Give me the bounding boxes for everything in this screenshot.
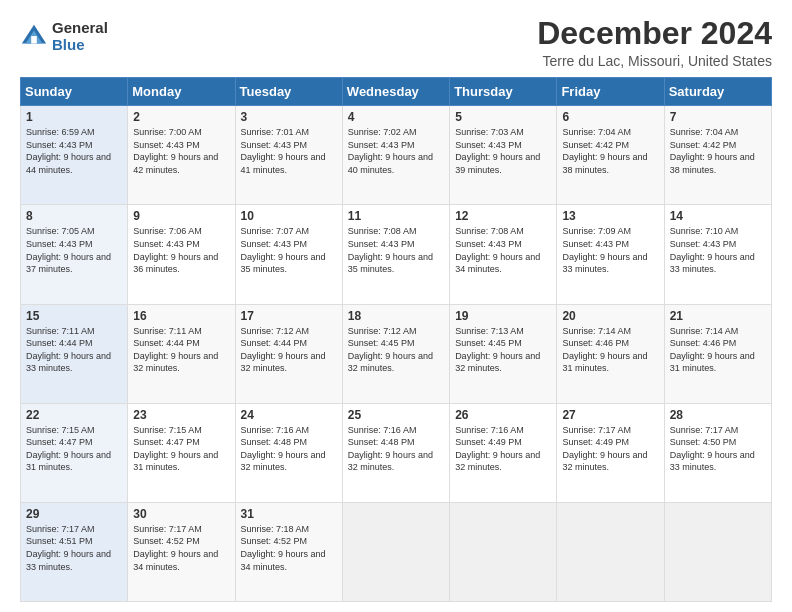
day-of-week-wednesday: Wednesday [342,78,449,106]
calendar-cell: 29Sunrise: 7:17 AMSunset: 4:51 PMDayligh… [21,502,128,601]
day-number: 31 [241,507,337,521]
calendar-cell: 24Sunrise: 7:16 AMSunset: 4:48 PMDayligh… [235,403,342,502]
day-info: Sunrise: 7:01 AMSunset: 4:43 PMDaylight:… [241,126,337,176]
day-of-week-saturday: Saturday [664,78,771,106]
calendar-cell: 4Sunrise: 7:02 AMSunset: 4:43 PMDaylight… [342,106,449,205]
day-number: 14 [670,209,766,223]
day-number: 10 [241,209,337,223]
day-number: 22 [26,408,122,422]
day-number: 2 [133,110,229,124]
calendar-cell: 30Sunrise: 7:17 AMSunset: 4:52 PMDayligh… [128,502,235,601]
day-info: Sunrise: 7:12 AMSunset: 4:44 PMDaylight:… [241,325,337,375]
subtitle: Terre du Lac, Missouri, United States [537,53,772,69]
day-number: 23 [133,408,229,422]
day-info: Sunrise: 7:10 AMSunset: 4:43 PMDaylight:… [670,225,766,275]
day-number: 19 [455,309,551,323]
calendar-week-row: 15Sunrise: 7:11 AMSunset: 4:44 PMDayligh… [21,304,772,403]
calendar-week-row: 1Sunrise: 6:59 AMSunset: 4:43 PMDaylight… [21,106,772,205]
day-of-week-friday: Friday [557,78,664,106]
day-number: 27 [562,408,658,422]
day-number: 28 [670,408,766,422]
day-number: 11 [348,209,444,223]
calendar-cell: 26Sunrise: 7:16 AMSunset: 4:49 PMDayligh… [450,403,557,502]
day-of-week-tuesday: Tuesday [235,78,342,106]
day-info: Sunrise: 7:11 AMSunset: 4:44 PMDaylight:… [133,325,229,375]
day-number: 20 [562,309,658,323]
day-number: 4 [348,110,444,124]
calendar-cell: 12Sunrise: 7:08 AMSunset: 4:43 PMDayligh… [450,205,557,304]
logo: General Blue [20,20,108,53]
calendar-cell: 8Sunrise: 7:05 AMSunset: 4:43 PMDaylight… [21,205,128,304]
day-info: Sunrise: 7:02 AMSunset: 4:43 PMDaylight:… [348,126,444,176]
day-info: Sunrise: 7:14 AMSunset: 4:46 PMDaylight:… [670,325,766,375]
day-info: Sunrise: 7:04 AMSunset: 4:42 PMDaylight:… [670,126,766,176]
day-info: Sunrise: 7:11 AMSunset: 4:44 PMDaylight:… [26,325,122,375]
calendar-header-row: SundayMondayTuesdayWednesdayThursdayFrid… [21,78,772,106]
day-number: 16 [133,309,229,323]
page: General Blue December 2024 Terre du Lac,… [0,0,792,612]
day-info: Sunrise: 7:08 AMSunset: 4:43 PMDaylight:… [348,225,444,275]
day-info: Sunrise: 7:16 AMSunset: 4:48 PMDaylight:… [348,424,444,474]
day-of-week-monday: Monday [128,78,235,106]
header: General Blue December 2024 Terre du Lac,… [20,16,772,69]
logo-text: General Blue [52,20,108,53]
calendar-cell: 9Sunrise: 7:06 AMSunset: 4:43 PMDaylight… [128,205,235,304]
calendar-cell: 14Sunrise: 7:10 AMSunset: 4:43 PMDayligh… [664,205,771,304]
day-number: 6 [562,110,658,124]
calendar-cell: 15Sunrise: 7:11 AMSunset: 4:44 PMDayligh… [21,304,128,403]
day-number: 21 [670,309,766,323]
calendar-cell: 2Sunrise: 7:00 AMSunset: 4:43 PMDaylight… [128,106,235,205]
day-number: 18 [348,309,444,323]
day-number: 9 [133,209,229,223]
calendar-cell [557,502,664,601]
day-info: Sunrise: 7:05 AMSunset: 4:43 PMDaylight:… [26,225,122,275]
calendar-cell [450,502,557,601]
day-info: Sunrise: 7:16 AMSunset: 4:49 PMDaylight:… [455,424,551,474]
calendar-cell: 11Sunrise: 7:08 AMSunset: 4:43 PMDayligh… [342,205,449,304]
day-number: 1 [26,110,122,124]
day-info: Sunrise: 7:09 AMSunset: 4:43 PMDaylight:… [562,225,658,275]
day-number: 13 [562,209,658,223]
day-of-week-thursday: Thursday [450,78,557,106]
day-of-week-sunday: Sunday [21,78,128,106]
day-info: Sunrise: 7:04 AMSunset: 4:42 PMDaylight:… [562,126,658,176]
calendar-cell: 10Sunrise: 7:07 AMSunset: 4:43 PMDayligh… [235,205,342,304]
calendar-cell: 7Sunrise: 7:04 AMSunset: 4:42 PMDaylight… [664,106,771,205]
calendar-cell: 13Sunrise: 7:09 AMSunset: 4:43 PMDayligh… [557,205,664,304]
calendar-week-row: 8Sunrise: 7:05 AMSunset: 4:43 PMDaylight… [21,205,772,304]
calendar-cell: 31Sunrise: 7:18 AMSunset: 4:52 PMDayligh… [235,502,342,601]
day-info: Sunrise: 7:16 AMSunset: 4:48 PMDaylight:… [241,424,337,474]
day-number: 26 [455,408,551,422]
calendar-cell: 16Sunrise: 7:11 AMSunset: 4:44 PMDayligh… [128,304,235,403]
calendar-cell: 6Sunrise: 7:04 AMSunset: 4:42 PMDaylight… [557,106,664,205]
day-info: Sunrise: 7:08 AMSunset: 4:43 PMDaylight:… [455,225,551,275]
day-number: 24 [241,408,337,422]
day-number: 15 [26,309,122,323]
svg-rect-2 [31,36,37,43]
day-info: Sunrise: 7:00 AMSunset: 4:43 PMDaylight:… [133,126,229,176]
day-info: Sunrise: 7:17 AMSunset: 4:49 PMDaylight:… [562,424,658,474]
day-info: Sunrise: 7:17 AMSunset: 4:52 PMDaylight:… [133,523,229,573]
day-number: 25 [348,408,444,422]
day-info: Sunrise: 7:15 AMSunset: 4:47 PMDaylight:… [26,424,122,474]
day-info: Sunrise: 7:15 AMSunset: 4:47 PMDaylight:… [133,424,229,474]
day-number: 30 [133,507,229,521]
calendar-cell: 21Sunrise: 7:14 AMSunset: 4:46 PMDayligh… [664,304,771,403]
day-number: 29 [26,507,122,521]
day-info: Sunrise: 7:14 AMSunset: 4:46 PMDaylight:… [562,325,658,375]
calendar-cell: 20Sunrise: 7:14 AMSunset: 4:46 PMDayligh… [557,304,664,403]
logo-general-text: General [52,20,108,37]
day-info: Sunrise: 7:17 AMSunset: 4:50 PMDaylight:… [670,424,766,474]
calendar-cell [342,502,449,601]
day-number: 3 [241,110,337,124]
day-number: 12 [455,209,551,223]
calendar-week-row: 22Sunrise: 7:15 AMSunset: 4:47 PMDayligh… [21,403,772,502]
calendar-cell: 19Sunrise: 7:13 AMSunset: 4:45 PMDayligh… [450,304,557,403]
day-info: Sunrise: 7:12 AMSunset: 4:45 PMDaylight:… [348,325,444,375]
day-number: 5 [455,110,551,124]
day-number: 8 [26,209,122,223]
day-info: Sunrise: 7:13 AMSunset: 4:45 PMDaylight:… [455,325,551,375]
calendar-cell [664,502,771,601]
day-info: Sunrise: 7:18 AMSunset: 4:52 PMDaylight:… [241,523,337,573]
calendar-cell: 5Sunrise: 7:03 AMSunset: 4:43 PMDaylight… [450,106,557,205]
